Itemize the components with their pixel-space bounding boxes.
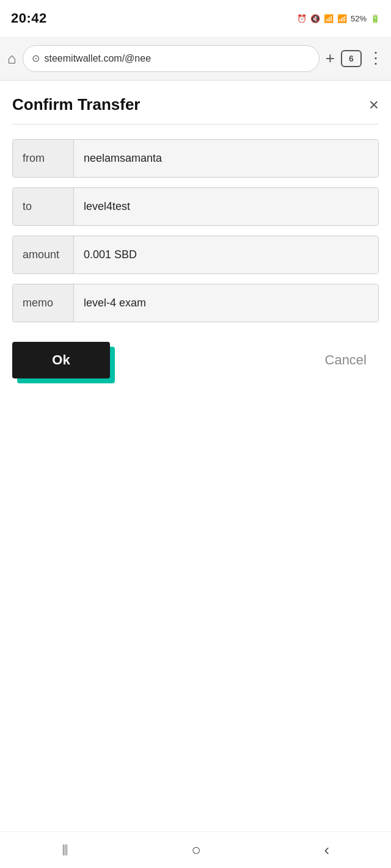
nav-home-icon: ○ (191, 841, 201, 859)
amount-value: 0.001 SBD (74, 236, 378, 273)
from-value: neelamsamanta (74, 140, 378, 177)
status-bar: 20:42 ⏰ 🔇 📶 📶 52% 🔋 (0, 0, 391, 37)
nav-back-icon: ‹ (324, 841, 330, 859)
nav-back-button[interactable]: ‹ (324, 841, 330, 859)
home-icon[interactable]: ⌂ (7, 50, 16, 67)
amount-row: amount 0.001 SBD (12, 236, 379, 274)
memo-label: memo (13, 284, 74, 322)
browser-actions: + 6 ⋮ (326, 49, 384, 68)
button-row: Ok Cancel (12, 342, 379, 378)
page-content: Confirm Transfer × from neelamsamanta to… (0, 81, 391, 393)
to-row: to level4test (12, 187, 379, 226)
wifi-icon: 📶 (324, 14, 334, 23)
dialog-divider (12, 124, 379, 125)
battery-level: 52% (351, 14, 367, 23)
confirm-transfer-dialog: Confirm Transfer × from neelamsamanta to… (12, 95, 379, 378)
to-value: level4test (74, 188, 378, 225)
dialog-title: Confirm Transfer (12, 95, 141, 114)
alarm-icon: ⏰ (297, 14, 307, 23)
menu-button[interactable]: ⋮ (368, 49, 384, 68)
mute-icon: 🔇 (310, 14, 320, 23)
bottom-nav-bar: ⦀ ○ ‹ (0, 831, 391, 868)
from-row: from neelamsamanta (12, 139, 379, 178)
new-tab-button[interactable]: + (326, 49, 335, 68)
security-icon: ⊙ (32, 52, 40, 64)
cancel-button[interactable]: Cancel (313, 346, 379, 374)
nav-menu-icon: ⦀ (62, 841, 68, 859)
battery-icon: 🔋 (370, 14, 380, 23)
url-text: steemitwallet.com/@nee (45, 53, 152, 64)
signal-icon: 📶 (337, 14, 347, 23)
amount-label: amount (13, 236, 74, 273)
tab-count[interactable]: 6 (341, 50, 362, 67)
to-label: to (13, 188, 74, 225)
from-label: from (13, 140, 74, 177)
nav-menu-button[interactable]: ⦀ (62, 841, 68, 859)
ok-button[interactable]: Ok (12, 342, 110, 378)
address-bar[interactable]: ⊙ steemitwallet.com/@nee (23, 45, 320, 72)
browser-bar: ⌂ ⊙ steemitwallet.com/@nee + 6 ⋮ (0, 37, 391, 81)
close-button[interactable]: × (369, 96, 379, 114)
nav-home-button[interactable]: ○ (191, 841, 201, 859)
ok-button-wrapper: Ok (12, 342, 110, 378)
memo-value: level-4 exam (74, 284, 378, 322)
memo-row: memo level-4 exam (12, 284, 379, 322)
status-time: 20:42 (11, 10, 47, 26)
dialog-header: Confirm Transfer × (12, 95, 379, 114)
status-icons: ⏰ 🔇 📶 📶 52% 🔋 (297, 14, 380, 23)
